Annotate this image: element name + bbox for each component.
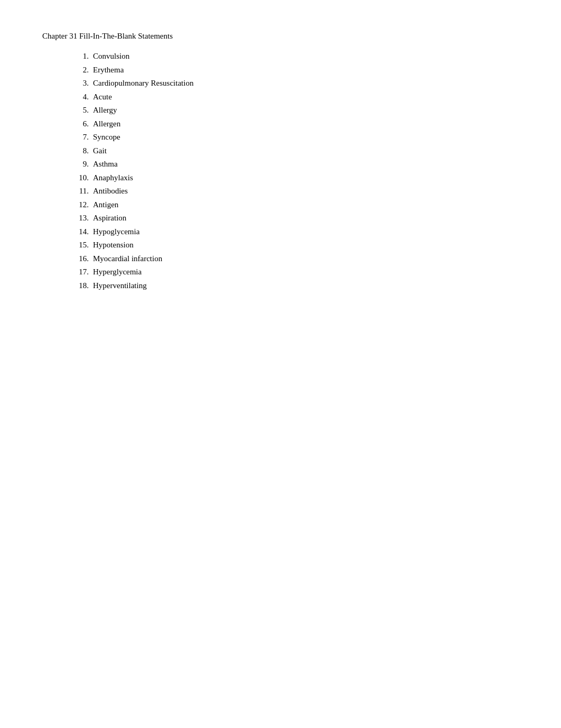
item-text: Hypoglycemia	[93, 226, 519, 238]
item-text: Gait	[93, 145, 519, 157]
list-item: 17.Hyperglycemia	[74, 266, 519, 278]
item-number: 15.	[74, 239, 93, 251]
item-number: 10.	[74, 172, 93, 184]
item-number: 9.	[74, 158, 93, 170]
item-text: Erythema	[93, 64, 519, 76]
item-text: Convulsion	[93, 50, 519, 62]
list-item: 2.Erythema	[74, 64, 519, 76]
list-item: 4.Acute	[74, 91, 519, 103]
list-item: 16.Myocardial infarction	[74, 253, 519, 265]
item-text: Anaphylaxis	[93, 172, 519, 184]
item-text: Allergen	[93, 118, 519, 130]
item-text: Acute	[93, 91, 519, 103]
item-number: 16.	[74, 253, 93, 265]
item-number: 18.	[74, 280, 93, 292]
page-container: Chapter 31 Fill-In-The-Blank Statements …	[0, 0, 561, 325]
item-text: Aspiration	[93, 212, 519, 224]
list-item: 3.Cardiopulmonary Resuscitation	[74, 77, 519, 89]
list-item: 7.Syncope	[74, 131, 519, 143]
item-number: 2.	[74, 64, 93, 76]
list-item: 11.Antibodies	[74, 185, 519, 197]
item-number: 13.	[74, 212, 93, 224]
list-item: 12.Antigen	[74, 199, 519, 211]
list-item: 13.Aspiration	[74, 212, 519, 224]
item-text: Myocardial infarction	[93, 253, 519, 265]
item-number: 6.	[74, 118, 93, 130]
list-item: 8.Gait	[74, 145, 519, 157]
list-item: 10.Anaphylaxis	[74, 172, 519, 184]
item-text: Asthma	[93, 158, 519, 170]
item-text: Antibodies	[93, 185, 519, 197]
item-number: 1.	[74, 50, 93, 62]
item-number: 7.	[74, 131, 93, 143]
item-number: 8.	[74, 145, 93, 157]
item-number: 14.	[74, 226, 93, 238]
list-item: 1.Convulsion	[74, 50, 519, 62]
item-number: 3.	[74, 77, 93, 89]
item-text: Hypotension	[93, 239, 519, 251]
item-text: Antigen	[93, 199, 519, 211]
item-number: 4.	[74, 91, 93, 103]
item-text: Allergy	[93, 104, 519, 116]
answer-list: 1.Convulsion2.Erythema3.Cardiopulmonary …	[74, 50, 519, 291]
chapter-title: Chapter 31 Fill-In-The-Blank Statements	[42, 32, 519, 41]
item-number: 12.	[74, 199, 93, 211]
item-number: 17.	[74, 266, 93, 278]
item-text: Cardiopulmonary Resuscitation	[93, 77, 519, 89]
list-item: 5.Allergy	[74, 104, 519, 116]
list-item: 9.Asthma	[74, 158, 519, 170]
list-item: 14.Hypoglycemia	[74, 226, 519, 238]
item-text: Syncope	[93, 131, 519, 143]
list-item: 6.Allergen	[74, 118, 519, 130]
item-text: Hyperventilating	[93, 280, 519, 292]
item-text: Hyperglycemia	[93, 266, 519, 278]
list-item: 18.Hyperventilating	[74, 280, 519, 292]
item-number: 11.	[74, 185, 93, 197]
list-item: 15.Hypotension	[74, 239, 519, 251]
item-number: 5.	[74, 104, 93, 116]
